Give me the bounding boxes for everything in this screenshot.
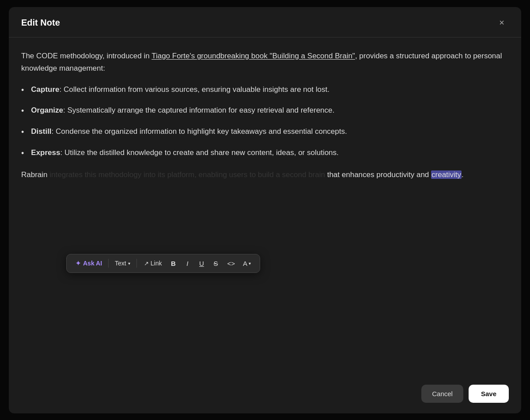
strikethrough-button[interactable]: S	[209, 258, 222, 269]
link-label: Link	[151, 260, 162, 267]
outro-paragraph: Rabrain integrates this methodology into…	[21, 169, 509, 181]
outro-obscured: integrates this methodology into its pla…	[48, 170, 325, 179]
italic-button[interactable]: I	[181, 258, 193, 269]
underline-button[interactable]: U	[195, 258, 208, 269]
color-button[interactable]: A ▾	[240, 258, 254, 269]
color-label: A	[243, 260, 247, 267]
text-format-dropdown[interactable]: Text ▾	[112, 258, 133, 269]
outro-punctuation: .	[462, 170, 464, 179]
bullet-term-express: Express: Utilize the distilled knowledge…	[31, 147, 338, 159]
modal-overlay: Edit Note × The CODE methodology, introd…	[0, 0, 530, 420]
intro-paragraph: The CODE methodology, introduced in Tiag…	[21, 50, 509, 75]
outro-start: Rabrain	[21, 170, 48, 179]
list-item: Distill: Condense the organized informat…	[21, 125, 509, 139]
link-button[interactable]: ↗ Link	[140, 258, 166, 269]
color-chevron-icon: ▾	[249, 261, 251, 266]
bold-button[interactable]: B	[167, 258, 179, 269]
list-item: Capture: Collect information from variou…	[21, 83, 509, 97]
ask-ai-label: Ask AI	[83, 260, 102, 267]
cancel-button[interactable]: Cancel	[421, 385, 463, 403]
save-button[interactable]: Save	[469, 385, 509, 403]
floating-toolbar: ✦ Ask AI Text ▾ ↗ Link B I U S <>	[66, 254, 260, 273]
modal-header: Edit Note ×	[9, 7, 521, 38]
ask-ai-button[interactable]: ✦ Ask AI	[73, 258, 105, 269]
bullet-list: Capture: Collect information from variou…	[21, 83, 509, 160]
code-button[interactable]: <>	[223, 258, 238, 269]
text-format-label: Text	[115, 260, 126, 267]
edit-note-modal: Edit Note × The CODE methodology, introd…	[9, 7, 521, 413]
bullet-term-distill: Distill: Condense the organized informat…	[31, 125, 347, 137]
link-arrow-icon: ↗	[144, 260, 149, 267]
highlighted-word: creativity	[431, 170, 462, 179]
close-button[interactable]: ×	[495, 16, 509, 30]
list-item: Express: Utilize the distilled knowledge…	[21, 147, 509, 160]
intro-link[interactable]: Tiago Forte's groundbreaking book "Build…	[151, 52, 355, 60]
ai-sparkle-icon: ✦	[76, 260, 81, 267]
modal-body: The CODE methodology, introduced in Tiag…	[9, 38, 521, 378]
intro-text-before-link: The CODE methodology, introduced in	[21, 52, 151, 60]
modal-title: Edit Note	[21, 18, 60, 28]
bullet-term-capture: Capture: Collect information from variou…	[31, 83, 329, 95]
chevron-down-icon: ▾	[128, 261, 130, 266]
list-item: Organize: Systematically arrange the cap…	[21, 104, 509, 117]
toolbar-divider-2	[136, 259, 137, 268]
bullet-term-organize: Organize: Systematically arrange the cap…	[31, 104, 334, 116]
toolbar-divider-1	[108, 259, 109, 268]
outro-end: that enhances productivity and	[325, 170, 431, 179]
modal-footer: Cancel Save	[9, 378, 521, 413]
